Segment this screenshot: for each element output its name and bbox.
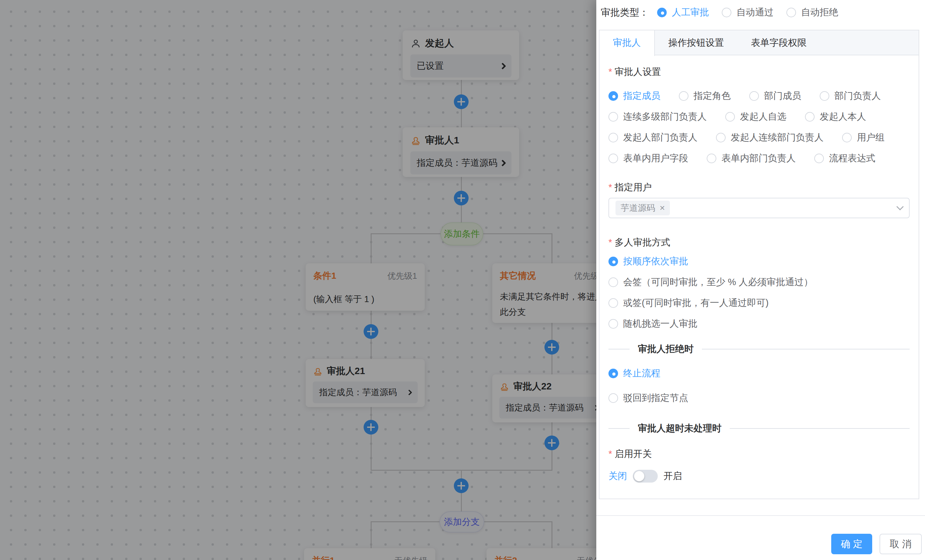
radio-circle <box>609 91 618 101</box>
empty-approver-divider-label: 审批人为空时 <box>630 498 702 499</box>
radio-circle <box>707 154 716 163</box>
radio-label: 表单内用户字段 <box>623 152 688 165</box>
tab-approver[interactable]: 审批人 <box>600 30 655 56</box>
radio-multi-level-dept-leader[interactable]: 连续多级部门负责人 <box>609 110 707 123</box>
enable-switch[interactable] <box>633 470 658 483</box>
radio-circle <box>609 257 618 266</box>
footer-divider <box>596 515 925 516</box>
multi-mode-options: 按顺序依次审批 会签（可同时审批，至少 % 人必须审批通过） 或签(可同时审批，… <box>609 256 910 330</box>
assigned-user-select[interactable]: 芋道源码 <box>609 198 910 218</box>
approver-setting-title: 审批人设置 <box>609 66 910 78</box>
tab-panel-approver: 审批人设置 指定成员 指定角色 部门成员 <box>600 55 919 499</box>
radio-label: 发起人部门负责人 <box>623 131 698 144</box>
tab-button-settings[interactable]: 操作按钮设置 <box>655 30 737 55</box>
radio-label: 指定成员 <box>623 90 660 102</box>
radio-label: 按顺序依次审批 <box>623 255 688 268</box>
radio-circle <box>725 112 735 122</box>
radio-circle <box>657 8 667 17</box>
radio-assign-role[interactable]: 指定角色 <box>679 90 731 102</box>
radio-label: 表单内部门负责人 <box>722 152 796 165</box>
radio-terminate-process[interactable]: 终止流程 <box>609 368 910 379</box>
radio-circle <box>820 91 829 101</box>
radio-label: 随机挑选一人审批 <box>623 318 698 330</box>
user-tag: 芋道源码 <box>616 201 670 215</box>
radio-circle <box>814 154 824 163</box>
radio-label: 部门负责人 <box>835 90 881 102</box>
radio-assign-member[interactable]: 指定成员 <box>609 90 660 102</box>
reject-divider-label: 审批人拒绝时 <box>630 343 702 355</box>
radio-circle <box>609 319 618 329</box>
radio-circle <box>609 112 618 122</box>
approval-type-row: 审批类型： 人工审批 自动通过 自动拒绝 <box>601 3 838 23</box>
cancel-button[interactable]: 取 消 <box>880 534 922 554</box>
radio-circle <box>786 8 796 17</box>
user-tag-label: 芋道源码 <box>621 202 655 214</box>
radio-label: 连续多级部门负责人 <box>623 110 707 123</box>
reject-options: 终止流程 驳回到指定节点 <box>609 368 910 404</box>
radio-random-one[interactable]: 随机挑选一人审批 <box>609 318 910 330</box>
radio-user-group[interactable]: 用户组 <box>842 131 885 144</box>
radio-auto-reject[interactable]: 自动拒绝 <box>786 6 838 19</box>
radio-label: 指定角色 <box>694 90 731 102</box>
radio-starter-self[interactable]: 发起人本人 <box>805 110 866 123</box>
switch-off-label: 关闭 <box>609 470 627 483</box>
radio-starter-dept-leader[interactable]: 发起人部门负责人 <box>609 131 698 144</box>
radio-label: 自动通过 <box>737 6 774 19</box>
radio-label: 自动拒绝 <box>801 6 838 19</box>
settings-tabs-card: 审批人 操作按钮设置 表单字段权限 审批人设置 指定成员 指定角色 <box>599 30 919 499</box>
radio-manual-approval[interactable]: 人工审批 <box>657 6 709 19</box>
switch-on-label: 开启 <box>663 470 682 483</box>
radio-circle <box>609 154 618 163</box>
approver-setting-options: 指定成员 指定角色 部门成员 部门负责人 <box>609 90 910 164</box>
tabs-header: 审批人 操作按钮设置 表单字段权限 <box>600 30 919 55</box>
radio-label: 部门成员 <box>764 90 801 102</box>
radio-dept-member[interactable]: 部门成员 <box>749 90 801 102</box>
radio-label: 流程表达式 <box>829 152 875 165</box>
radio-starter-choose[interactable]: 发起人自选 <box>725 110 786 123</box>
radio-circle <box>749 91 759 101</box>
radio-orsign[interactable]: 或签(可同时审批，有一人通过即可) <box>609 297 910 309</box>
reject-divider: 审批人拒绝时 <box>609 343 910 355</box>
radio-label: 发起人自选 <box>740 110 786 123</box>
radio-label: 人工审批 <box>672 6 709 19</box>
radio-circle <box>609 133 618 142</box>
radio-circle <box>609 277 618 287</box>
radio-label: 会签（可同时审批，至少 % 人必须审批通过） <box>623 276 813 289</box>
empty-approver-divider: 审批人为空时 <box>609 498 910 499</box>
radio-circle <box>609 298 618 308</box>
enable-switch-title: 启用开关 <box>609 448 910 461</box>
radio-circle <box>842 133 852 142</box>
radio-form-dept-leader[interactable]: 表单内部门负责人 <box>707 152 796 165</box>
workflow-designer-page: 发起人 已设置 审批人1 指定成员：芋道源码 添加条件 <box>0 0 925 560</box>
radio-circle <box>609 393 618 403</box>
close-icon[interactable] <box>660 203 665 212</box>
radio-label: 用户组 <box>857 131 885 144</box>
radio-circle <box>805 112 815 122</box>
tab-form-field-permission[interactable]: 表单字段权限 <box>737 30 820 55</box>
radio-circle <box>716 133 726 142</box>
radio-process-expression[interactable]: 流程表达式 <box>814 152 875 165</box>
approval-settings-drawer: 审批类型： 人工审批 自动通过 自动拒绝 审批人 操作按钮设置 表单字段权限 审… <box>596 0 925 560</box>
radio-circle <box>679 91 688 101</box>
radio-label: 或签(可同时审批，有一人通过即可) <box>623 297 768 309</box>
approval-type-label: 审批类型： <box>601 6 649 19</box>
radio-return-to-node[interactable]: 驳回到指定节点 <box>609 392 910 404</box>
timeout-divider: 审批人超时未处理时 <box>609 422 910 435</box>
radio-form-user-field[interactable]: 表单内用户字段 <box>609 152 688 165</box>
radio-circle <box>722 8 731 17</box>
radio-auto-pass[interactable]: 自动通过 <box>722 6 774 19</box>
assigned-user-title: 指定用户 <box>609 181 910 194</box>
multi-mode-title: 多人审批方式 <box>609 236 910 249</box>
radio-starter-multi-dept-leader[interactable]: 发起人连续部门负责人 <box>716 131 824 144</box>
radio-sequential-approval[interactable]: 按顺序依次审批 <box>609 256 910 267</box>
timeout-divider-label: 审批人超时未处理时 <box>630 422 730 435</box>
radio-label: 驳回到指定节点 <box>623 392 688 405</box>
switch-knob <box>634 471 644 481</box>
radio-circle <box>609 369 618 378</box>
radio-label: 发起人本人 <box>820 110 866 123</box>
enable-switch-row: 关闭 开启 <box>609 470 910 483</box>
radio-label: 发起人连续部门负责人 <box>731 131 824 144</box>
confirm-button[interactable]: 确 定 <box>831 534 872 554</box>
radio-countersign[interactable]: 会签（可同时审批，至少 % 人必须审批通过） <box>609 277 910 288</box>
radio-dept-leader[interactable]: 部门负责人 <box>820 90 881 102</box>
